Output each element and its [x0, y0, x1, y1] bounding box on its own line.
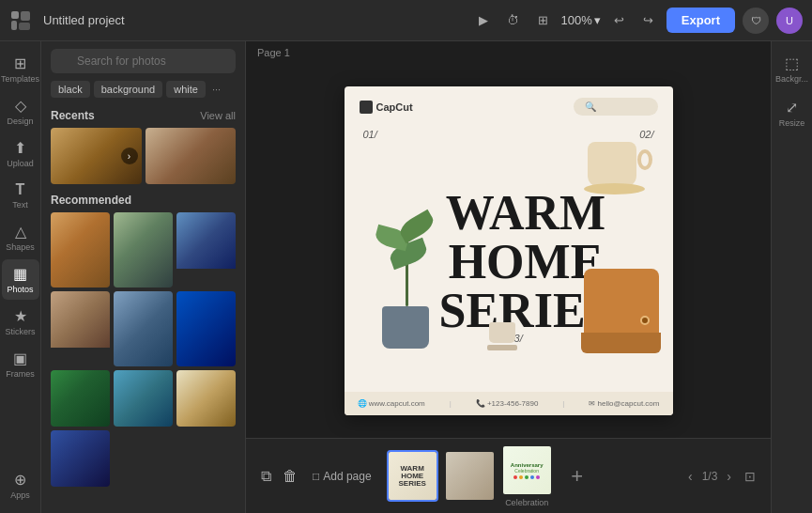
design-icon: ◇ [15, 97, 26, 115]
rec-photo-5[interactable] [114, 291, 173, 366]
rec-photo-2[interactable] [114, 212, 173, 288]
resize-panel-button[interactable]: ⤢ Resize [774, 93, 811, 133]
canvas-viewport[interactable]: CapCut 01/ 02/ [246, 64, 771, 438]
thumbnail-3[interactable]: Anniversary Celebration Celebration [501, 444, 553, 507]
logo-icon [360, 101, 373, 114]
rec-photo-3[interactable] [176, 212, 236, 288]
redo-button[interactable]: ↪ [637, 9, 659, 31]
sidebar-item-design[interactable]: ◇ Design [2, 91, 39, 132]
thumb-img-2[interactable] [444, 450, 496, 502]
background-icon: ⬚ [785, 54, 799, 72]
next-page-button[interactable]: › [723, 465, 735, 488]
sidebar-item-text[interactable]: T Text [2, 176, 39, 215]
export-button[interactable]: Export [666, 8, 735, 33]
label-01: 01/ [363, 129, 377, 140]
sidebar-item-frames[interactable]: ▣ Frames [2, 344, 39, 384]
card-search-input[interactable] [574, 98, 658, 116]
footer-phone: 📞 +123-456-7890 [476, 399, 539, 408]
card-header: CapCut [345, 86, 673, 123]
delete-button[interactable]: 🗑 [279, 464, 301, 489]
shapes-icon: △ [15, 223, 26, 241]
add-thumbnail-button[interactable]: + [559, 450, 596, 502]
resize-label: Resize [779, 118, 805, 128]
recommended-grid-1 [51, 212, 236, 288]
stickers-icon: ★ [14, 307, 27, 325]
tag-background[interactable]: background [94, 81, 163, 98]
card-footer: 🌐 www.capcut.com | 📞 +123-456-7890 | ✉ h… [345, 392, 673, 415]
rec-photo-9[interactable] [176, 370, 236, 427]
rec-photo-7[interactable] [51, 370, 110, 427]
sidebar-item-apps[interactable]: ⊕ Apps [2, 465, 39, 505]
celeb-dots [513, 475, 540, 479]
search-input[interactable] [51, 49, 236, 73]
rec-photo-10[interactable] [51, 430, 110, 487]
prev-page-button[interactable]: ‹ [684, 465, 697, 488]
apps-icon: ⊕ [14, 471, 26, 489]
text-icon: T [16, 181, 25, 198]
undo-button[interactable]: ↩ [608, 9, 630, 31]
sidebar-label-shapes: Shapes [6, 242, 35, 252]
background-panel-button[interactable]: ⬚ Backgr... [774, 49, 811, 89]
recent-photo-1[interactable]: › [51, 128, 142, 184]
thumbnail-2[interactable] [444, 450, 496, 502]
bottom-nav: ‹ 1/3 › ⊡ [684, 465, 759, 488]
boot-decoration [579, 259, 664, 353]
recents-grid: › [51, 128, 236, 184]
tag-white[interactable]: white [166, 81, 206, 98]
recents-header: Recents View all [51, 109, 236, 122]
view-all-recents[interactable]: View all [200, 110, 236, 121]
templates-icon: ⊞ [14, 54, 26, 72]
footer-website: 🌐 www.capcut.com [358, 399, 425, 408]
tag-more-button[interactable]: ··· [209, 81, 223, 98]
thumbnail-1[interactable]: WARMHOMESERIES [387, 450, 438, 502]
photos-icon: ▦ [13, 265, 27, 283]
app-logo[interactable] [9, 9, 32, 32]
card-body: 01/ 02/ [345, 123, 673, 400]
svg-rect-1 [21, 11, 30, 21]
sidebar-label-upload: Upload [7, 159, 34, 168]
sidebar-item-stickers[interactable]: ★ Stickers [2, 302, 39, 342]
add-page-button[interactable]: □ Add page [305, 466, 379, 487]
sidebar-label-design: Design [7, 117, 33, 126]
sidebar-item-photos[interactable]: ▦ Photos [2, 259, 39, 300]
thumb-img-3[interactable]: Anniversary Celebration [501, 444, 553, 496]
plant-decoration [361, 161, 451, 349]
duplicate-button[interactable]: ⧉ [257, 464, 275, 489]
sidebar-label-text: Text [12, 200, 28, 210]
rec-photo-4[interactable] [51, 291, 110, 366]
recommended-grid-3 [51, 370, 236, 427]
design-card[interactable]: CapCut 01/ 02/ [345, 86, 673, 415]
search-section [41, 41, 245, 81]
sidebar-item-upload[interactable]: ⬆ Upload [2, 133, 39, 174]
rec-photo-8[interactable] [114, 370, 173, 427]
right-panel: ⬚ Backgr... ⤢ Resize [771, 41, 812, 513]
background-label: Backgr... [775, 74, 808, 84]
bottom-actions: ⧉ 🗑 □ Add page [257, 464, 379, 489]
thumb-img-1[interactable]: WARMHOMESERIES [387, 450, 438, 502]
recommended-title: Recommended [51, 194, 131, 207]
small-cup-decoration [489, 322, 517, 349]
play-button[interactable]: ▶ [473, 9, 494, 31]
tag-black[interactable]: black [51, 81, 90, 98]
sidebar-item-shapes[interactable]: △ Shapes [2, 217, 39, 257]
mug-decoration [584, 132, 654, 198]
rec-photo-6[interactable] [176, 291, 236, 366]
zoom-control[interactable]: 100% ▾ [561, 13, 601, 27]
recent-photo-2[interactable] [146, 128, 237, 184]
panel-content: Recents View all › Recommended [41, 105, 245, 513]
sidebar-item-templates[interactable]: ⊞ Templates [2, 49, 39, 89]
recents-title: Recents [51, 109, 95, 122]
thumbnails-row: WARMHOMESERIES Anniversary Celebr [387, 444, 677, 507]
canvas-area: Page 1 CapCut 01/ 02/ [246, 41, 771, 513]
layout-button[interactable]: ⊞ [532, 9, 554, 31]
user-avatar[interactable]: U [776, 8, 803, 34]
timer-button[interactable]: ⏱ [501, 9, 525, 31]
recommended-header: Recommended [51, 194, 236, 207]
shield-icon[interactable]: 🛡 [743, 8, 769, 34]
fit-screen-button[interactable]: ⊡ [741, 465, 759, 488]
sidebar-label-templates: Templates [1, 74, 39, 84]
rec-photo-1[interactable] [51, 212, 110, 288]
page-indicator: 1/3 [702, 470, 718, 483]
project-name: Untitled project [43, 13, 125, 27]
svg-rect-3 [19, 23, 30, 30]
